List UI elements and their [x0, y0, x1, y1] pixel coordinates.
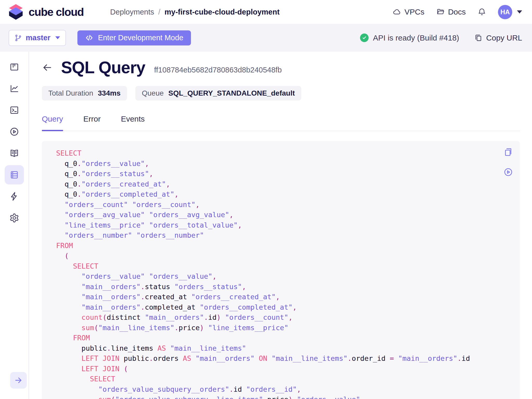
kanban-board-icon	[9, 62, 19, 72]
run-query-icon[interactable]	[503, 167, 513, 177]
tabs: Query Error Events	[42, 115, 520, 131]
code-line: q_0."orders__value",	[56, 158, 489, 169]
sidebar-item-playground[interactable]	[5, 122, 24, 141]
app-header: cube cloud Deployments / my-first-cube-c…	[0, 0, 532, 24]
terminal-icon	[9, 105, 19, 115]
tab-events[interactable]: Events	[121, 115, 145, 131]
code-line: "main__orders".status "orders__status",	[56, 282, 489, 292]
sidebar-item-kanban-board[interactable]	[5, 57, 24, 77]
breadcrumb-separator: /	[158, 8, 160, 16]
query-id: ff108784eb5682d780863d8b240548fb	[154, 66, 282, 77]
code-line: sum("main__line_items".price) "line_item…	[56, 323, 489, 333]
queue-badge: Queue SQL_QUERY_STANDALONE_default	[135, 86, 301, 101]
sidebar-item-settings[interactable]	[5, 208, 24, 228]
code-line: q_0."orders__completed_at",	[56, 189, 489, 200]
cube-cloud-logo[interactable]: cube cloud	[8, 4, 84, 20]
stat-label: Queue	[142, 89, 164, 97]
code-line: q_0."orders__status",	[56, 169, 489, 179]
breadcrumb-current-deployment[interactable]: my-first-cube-cloud-deployment	[164, 8, 280, 16]
sidebar-item-data-model[interactable]	[5, 144, 24, 163]
stat-value: SQL_QUERY_STANDALONE_default	[168, 89, 295, 97]
sidebar-item-performance-chart[interactable]	[5, 79, 24, 98]
chevron-down-icon	[55, 36, 60, 39]
nav-vpcs[interactable]: VPCs	[393, 8, 424, 16]
copy-code-icon[interactable]	[503, 147, 513, 157]
line-chart-icon	[9, 84, 19, 94]
branch-label: master	[26, 34, 50, 42]
user-menu[interactable]: HA	[498, 5, 522, 19]
code-line: (	[56, 251, 489, 261]
api-status-label: API is ready (Build #418)	[373, 34, 459, 42]
enter-development-mode-button[interactable]: Enter Development Mode	[77, 30, 191, 45]
copy-icon	[474, 34, 482, 42]
code-line: "main__orders".completed_at "orders__com…	[56, 302, 489, 312]
avatar[interactable]: HA	[498, 5, 512, 19]
sidebar-item-queries[interactable]	[5, 165, 24, 184]
content-shell: SQL Query ff108784eb5682d780863d8b240548…	[0, 52, 532, 399]
sidebar	[0, 52, 29, 399]
sidebar-item-terminal[interactable]	[5, 101, 24, 120]
stat-label: Total Duration	[48, 89, 93, 97]
code-line: "line_items__price" "orders__total_value…	[56, 220, 489, 230]
cloud-icon	[393, 8, 401, 16]
breadcrumb: Deployments / my-first-cube-cloud-deploy…	[110, 8, 280, 16]
code-line: LEFT JOIN (	[56, 364, 489, 374]
code-line: public.line_items AS "main__line_items"	[56, 343, 489, 354]
tab-error[interactable]: Error	[83, 115, 101, 131]
cube-logo-icon	[8, 4, 24, 20]
code-line: FROM	[56, 241, 489, 251]
code-icon	[85, 34, 94, 42]
gear-icon	[9, 213, 19, 223]
code-line: "orders__count" "orders__count",	[56, 200, 489, 210]
code-line: "main__orders".created_at "orders__creat…	[56, 292, 489, 302]
api-status: API is ready (Build #418)	[360, 34, 459, 42]
code-line: SELECT	[56, 374, 489, 384]
toolbar-right: API is ready (Build #418) Copy URL	[360, 34, 522, 42]
deployment-toolbar: master Enter Development Mode API is rea…	[0, 24, 532, 52]
back-arrow-button[interactable]	[42, 62, 53, 73]
logo-text: cube cloud	[29, 6, 84, 18]
enter-development-mode-label: Enter Development Mode	[98, 34, 183, 42]
branch-selector[interactable]: master	[9, 30, 66, 46]
code-line: "orders__avg_value" "orders__avg_value",	[56, 210, 489, 220]
arrow-right-icon	[14, 376, 23, 385]
git-branch-icon	[15, 34, 22, 42]
sql-code: SELECT q_0."orders__value", q_0."orders_…	[56, 148, 489, 399]
chevron-down-icon	[517, 10, 522, 14]
total-duration-badge: Total Duration 334ms	[42, 86, 127, 101]
nav-docs[interactable]: Docs	[436, 8, 466, 16]
stats-row: Total Duration 334ms Queue SQL_QUERY_STA…	[42, 86, 520, 101]
sql-code-panel: SELECT q_0."orders__value", q_0."orders_…	[42, 141, 520, 399]
nav-vpcs-label: VPCs	[404, 8, 424, 16]
code-line: SELECT	[56, 148, 489, 158]
code-line: FROM	[56, 333, 489, 343]
title-row: SQL Query ff108784eb5682d780863d8b240548…	[42, 58, 520, 77]
lightning-icon	[9, 191, 19, 201]
code-line: SELECT	[56, 261, 489, 271]
folder-icon	[436, 8, 445, 16]
code-actions	[503, 147, 513, 177]
code-line: LEFT JOIN public.orders AS "main__orders…	[56, 353, 489, 364]
code-line: count(distinct "main__orders".id) "order…	[56, 312, 489, 323]
main-content: SQL Query ff108784eb5682d780863d8b240548…	[29, 52, 532, 399]
code-line: "orders_value_subquery__orders".id "orde…	[56, 384, 489, 395]
check-circle-icon	[360, 34, 369, 42]
code-line: q_0."orders__created_at",	[56, 179, 489, 189]
copy-url-label: Copy URL	[486, 34, 522, 42]
code-line: sum("orders_value_subquery__line_items".…	[56, 394, 489, 399]
notifications-bell-icon[interactable]	[478, 8, 486, 16]
code-line: "orders__number" "orders__number"	[56, 230, 489, 241]
sidebar-expand-button[interactable]	[10, 372, 27, 389]
nav-docs-label: Docs	[448, 8, 466, 16]
sidebar-item-pre-aggregations[interactable]	[5, 187, 24, 206]
breadcrumb-deployments[interactable]: Deployments	[110, 8, 154, 16]
copy-url-button[interactable]: Copy URL	[474, 34, 522, 42]
open-book-icon	[9, 148, 19, 158]
code-line: "orders__value" "orders__value",	[56, 271, 489, 282]
play-circle-icon	[9, 127, 19, 137]
tab-query[interactable]: Query	[42, 115, 63, 131]
header-nav: VPCs Docs HA	[393, 5, 522, 19]
stat-value: 334ms	[98, 89, 121, 97]
page-title: SQL Query	[61, 58, 145, 77]
database-stack-icon	[9, 170, 19, 180]
